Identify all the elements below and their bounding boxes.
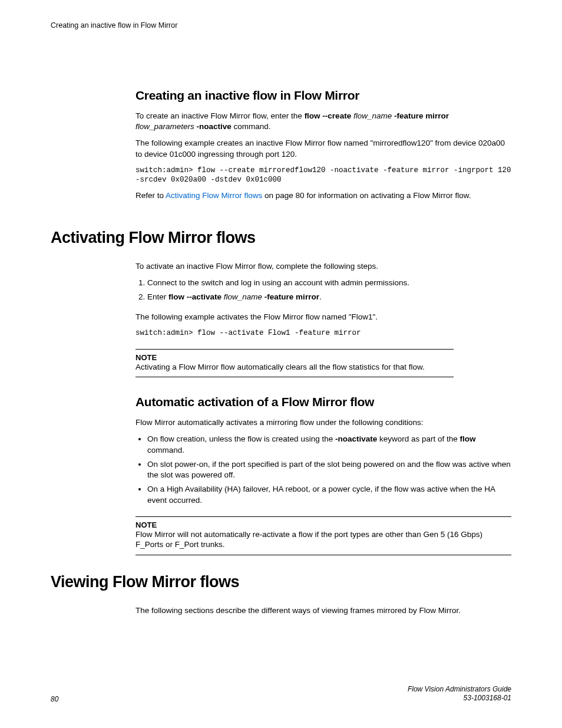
text: On flow creation, unless the flow is cre…: [147, 434, 335, 443]
command-text: -feature mirror: [265, 292, 319, 301]
text: Refer to: [135, 191, 166, 200]
doc-title: Flow Vision Administrators Guide: [408, 685, 511, 694]
text: command.: [147, 446, 184, 454]
note-body: Flow Mirror will not automatically re-ac…: [135, 529, 511, 550]
command-text: flow --create: [305, 111, 352, 120]
param-text: flow_name: [351, 111, 394, 120]
running-header: Creating an inactive flow in Flow Mirror: [51, 21, 511, 29]
command-text: flow --activate: [168, 292, 222, 301]
section-viewing: The following sections describe the diff…: [135, 605, 511, 616]
section-activating: To activate an inactive Flow Mirror flow…: [135, 261, 511, 555]
paragraph: The following sections describe the diff…: [135, 605, 511, 616]
heading-automatic-activation: Automatic activation of a Flow Mirror fl…: [135, 395, 511, 409]
page-number: 80: [51, 695, 58, 703]
param-text: flow_parameters: [135, 122, 197, 131]
note-body: Activating a Flow Mirror flow automatica…: [135, 362, 454, 373]
ordered-list: Connect to the switch and log in using a…: [135, 278, 511, 302]
list-item: On slot power-on, if the port specified …: [147, 459, 511, 480]
footer-right: Flow Vision Administrators Guide 53-1003…: [408, 685, 511, 703]
keyword-text: flow: [460, 434, 476, 443]
code-block: switch:admin> flow --create mirroredflow…: [135, 166, 511, 185]
note-block: NOTE Flow Mirror will not automatically …: [135, 516, 511, 555]
text: To create an inactive Flow Mirror flow, …: [135, 111, 305, 120]
paragraph: Flow Mirror automatically activates a mi…: [135, 417, 511, 428]
param-text: flow_name: [222, 292, 265, 301]
list-item: On a High Availability (HA) failover, HA…: [147, 484, 511, 505]
unordered-list: On flow creation, unless the flow is cre…: [135, 434, 511, 505]
list-item: On flow creation, unless the flow is cre…: [147, 434, 511, 455]
heading-viewing-flows: Viewing Flow Mirror flows: [51, 573, 511, 591]
doc-number: 53-1003168-01: [408, 694, 511, 703]
note-label: NOTE: [135, 521, 511, 529]
heading-activating-flows: Activating Flow Mirror flows: [51, 229, 511, 247]
link-activating-flows[interactable]: Activating Flow Mirror flows: [166, 191, 262, 200]
heading-creating-inactive: Creating an inactive flow in Flow Mirror: [135, 88, 511, 103]
section-creating-inactive: Creating an inactive flow in Flow Mirror…: [135, 88, 511, 202]
keyword-text: -noactivate: [335, 434, 377, 443]
command-text: -feature mirror: [394, 111, 449, 120]
page: Creating an inactive flow in Flow Mirror…: [0, 0, 562, 728]
list-item: Enter flow --activate flow_name -feature…: [147, 292, 511, 302]
list-item: Connect to the switch and log in using a…: [147, 278, 511, 288]
note-label: NOTE: [135, 353, 454, 362]
paragraph: The following example creates an inactiv…: [135, 138, 511, 159]
note-block: NOTE Activating a Flow Mirror flow autom…: [135, 349, 454, 378]
text: on page 80 for information on activating…: [262, 191, 471, 200]
text: Enter: [147, 292, 168, 301]
text: command.: [232, 122, 271, 131]
page-footer: 80 Flow Vision Administrators Guide 53-1…: [51, 685, 511, 703]
paragraph: To activate an inactive Flow Mirror flow…: [135, 261, 511, 272]
text: keyword as part of the: [377, 434, 459, 443]
text: .: [319, 292, 322, 301]
paragraph: The following example activates the Flow…: [135, 312, 511, 322]
code-block: switch:admin> flow --activate Flow1 -fea…: [135, 328, 511, 338]
command-text: -noactive: [197, 122, 232, 131]
paragraph: To create an inactive Flow Mirror flow, …: [135, 111, 511, 132]
paragraph: Refer to Activating Flow Mirror flows on…: [135, 190, 511, 201]
